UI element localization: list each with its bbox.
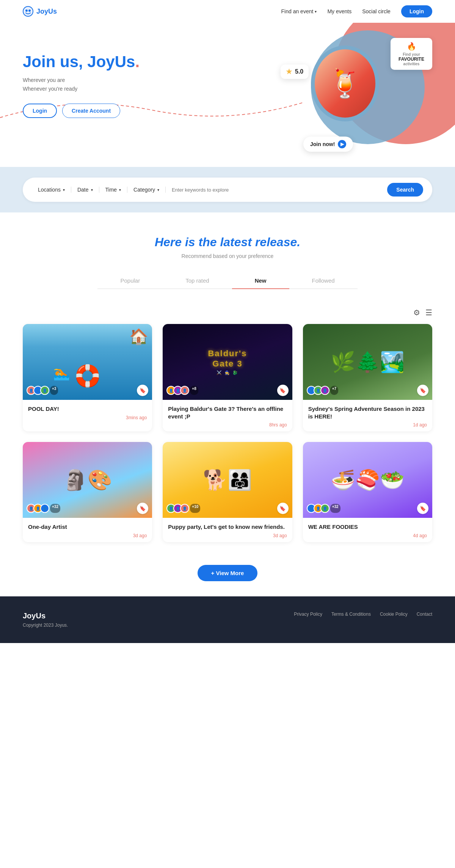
- event-image-baldur: Baldur'sGate 3 ⚔️ 🧙 🐉 👤 👤 👤 +8 🔖: [163, 324, 292, 400]
- search-input-wrap: [166, 187, 387, 193]
- event-time: 3d ago: [28, 533, 147, 538]
- event-card-footer: 👤 👤 👤 +8 🔖: [166, 385, 288, 396]
- event-card-foodies[interactable]: 🍜🍣🥗 👤 👤 👤 +32 🔖 WE ARE FOODIES 4d ago: [303, 442, 432, 542]
- svg-point-0: [23, 6, 33, 16]
- avatar: 👤: [320, 504, 329, 513]
- events-section: ⚙ ☰ 🏠 🛟 🏊 👤 👤 👤 +3 🔖: [0, 308, 455, 557]
- list-view-icon[interactable]: ☰: [425, 308, 432, 317]
- time-filter[interactable]: Time ▾: [99, 187, 128, 193]
- time-chevron-icon: ▾: [119, 188, 121, 192]
- event-card-puppy[interactable]: 🐕👨‍👩‍👧 👤 👤 👤 +10 🔖 Puppy party, Let's ge…: [163, 442, 292, 542]
- date-chevron-icon: ▾: [91, 188, 93, 192]
- avatar: 👤: [40, 504, 49, 513]
- attendee-count: +3: [50, 386, 58, 395]
- events-grid: 🏠 🛟 🏊 👤 👤 👤 +3 🔖 POOL DAY! 3mins ago: [23, 324, 432, 542]
- hero-cocktail-card: 🍹: [311, 46, 379, 121]
- nav-find-event[interactable]: Find an event ▾: [281, 8, 317, 14]
- event-card-baldur[interactable]: Baldur'sGate 3 ⚔️ 🧙 🐉 👤 👤 👤 +8 🔖 Playing…: [163, 324, 292, 431]
- svg-point-1: [25, 9, 28, 12]
- bookmark-button[interactable]: 🔖: [277, 385, 289, 396]
- bookmark-button[interactable]: 🔖: [417, 385, 428, 396]
- event-info: Puppy party, Let's get to know new frien…: [163, 518, 292, 542]
- tab-top-rated[interactable]: Top rated: [163, 273, 232, 289]
- view-more-button[interactable]: + View More: [198, 565, 258, 581]
- search-bar: Locations ▾ Date ▾ Time ▾ Category ▾ Sea…: [23, 178, 432, 202]
- svg-point-2: [28, 9, 31, 12]
- event-info: WE ARE FOODIES 4d ago: [303, 518, 432, 542]
- event-card-artist[interactable]: 🗿🎨 👤 👤 👤 +32 🔖 One-day Artist 3d ago: [23, 442, 152, 542]
- footer-copyright: Copyright 2023 Joyus.: [23, 623, 68, 628]
- tab-followed[interactable]: Followed: [289, 273, 358, 289]
- navbar: JoyUs Find an event ▾ My events Social c…: [0, 0, 455, 23]
- category-filter[interactable]: Category ▾: [127, 187, 166, 193]
- card-fav-title: Find your: [396, 52, 427, 57]
- footer-link-contact[interactable]: Contact: [417, 612, 432, 617]
- event-title: One-day Artist: [28, 523, 147, 531]
- event-image-puppy: 🐕👨‍👩‍👧 👤 👤 👤 +10 🔖: [163, 442, 292, 518]
- latest-subtitle: Recommend based on your preference: [23, 253, 432, 259]
- latest-title: Here is the latest release.: [23, 235, 432, 249]
- search-button[interactable]: Search: [387, 183, 423, 197]
- avatar: 👤: [180, 386, 189, 395]
- nav-social-circle[interactable]: Social circle: [362, 8, 391, 14]
- hero-create-account-button[interactable]: Create Account: [62, 104, 120, 118]
- footer-logo: JoyUs: [23, 612, 68, 620]
- nav-my-events[interactable]: My events: [327, 8, 351, 14]
- event-time: 1d ago: [308, 422, 427, 428]
- flame-icon: 🔥: [396, 42, 427, 51]
- attendee-count: +32: [50, 504, 60, 513]
- footer-link-cookie[interactable]: Cookie Policy: [380, 612, 408, 617]
- event-title: Sydney's Spring Adventure Season in 2023…: [308, 405, 427, 420]
- footer-link-privacy[interactable]: Privacy Policy: [294, 612, 322, 617]
- bookmark-button[interactable]: 🔖: [277, 503, 289, 514]
- event-card-footer: 👤 👤 👤 +32 🔖: [307, 503, 428, 514]
- event-info: POOL DAY! 3mins ago: [23, 400, 152, 424]
- card-fav-subtitle: FAVOURITE: [396, 57, 427, 62]
- event-avatars: 👤 👤 👤 +7: [307, 386, 338, 395]
- footer-top: JoyUs Copyright 2023 Joyus. Privacy Poli…: [23, 612, 432, 628]
- hero-login-button[interactable]: Login: [23, 104, 57, 118]
- event-info: One-day Artist 3d ago: [23, 518, 152, 542]
- view-more-section: + View More: [0, 557, 455, 596]
- attendee-count: +8: [190, 386, 198, 395]
- event-image-artist: 🗿🎨 👤 👤 👤 +32 🔖: [23, 442, 152, 518]
- hero-title: Join us, JoyUs.: [23, 53, 182, 71]
- search-input[interactable]: [172, 187, 381, 193]
- hero-join-card[interactable]: Join now! ▶: [303, 137, 353, 152]
- events-toolbar: ⚙ ☰: [23, 308, 432, 317]
- event-avatars: 👤 👤 👤 +10: [166, 504, 200, 513]
- avatar: 👤: [180, 504, 189, 513]
- event-image-foodies: 🍜🍣🥗 👤 👤 👤 +32 🔖: [303, 442, 432, 518]
- attendee-count: +10: [190, 504, 200, 513]
- event-time: 4d ago: [308, 533, 427, 538]
- hero-content: Join us, JoyUs. Wherever you are Wheneve…: [23, 38, 182, 118]
- location-chevron-icon: ▾: [63, 188, 65, 192]
- filter-sliders-icon[interactable]: ⚙: [413, 308, 420, 317]
- card-fav-detail: activities: [396, 62, 427, 66]
- bookmark-button[interactable]: 🔖: [137, 385, 148, 396]
- bookmark-button[interactable]: 🔖: [137, 503, 148, 514]
- event-title: POOL DAY!: [28, 405, 147, 413]
- nav-login-button[interactable]: Login: [401, 5, 432, 17]
- event-card-sydney[interactable]: 🌿🌲🏞️ 👤 👤 👤 +7 🔖 Sydney's Spring Adventur…: [303, 324, 432, 431]
- event-time: 3d ago: [168, 533, 287, 538]
- chevron-icon: ▾: [315, 9, 317, 14]
- event-image-sydney: 🌿🌲🏞️ 👤 👤 👤 +7 🔖: [303, 324, 432, 400]
- event-tabs: Popular Top rated New Followed: [23, 273, 432, 289]
- tab-new[interactable]: New: [232, 273, 289, 289]
- date-filter[interactable]: Date ▾: [71, 187, 99, 193]
- cocktail-image: 🍹: [315, 49, 375, 118]
- hero-visuals: ★ 5.0 🍹 🔥 Find your FAVOURITE activities…: [281, 34, 440, 163]
- event-card-pool-day[interactable]: 🏠 🛟 🏊 👤 👤 👤 +3 🔖 POOL DAY! 3mins ago: [23, 324, 152, 431]
- event-avatars: 👤 👤 👤 +32: [27, 504, 60, 513]
- hero-buttons: Login Create Account: [23, 104, 182, 118]
- tab-popular[interactable]: Popular: [97, 273, 163, 289]
- attendee-count: +7: [330, 386, 338, 395]
- event-card-footer: 👤 👤 👤 +10 🔖: [166, 503, 288, 514]
- latest-section: Here is the latest release. Recommend ba…: [0, 212, 455, 308]
- nav-logo[interactable]: JoyUs: [23, 6, 57, 17]
- event-card-footer: 👤 👤 👤 +3 🔖: [27, 385, 148, 396]
- footer-link-terms[interactable]: Terms & Conditions: [331, 612, 371, 617]
- bookmark-button[interactable]: 🔖: [417, 503, 428, 514]
- location-filter[interactable]: Locations ▾: [32, 187, 71, 193]
